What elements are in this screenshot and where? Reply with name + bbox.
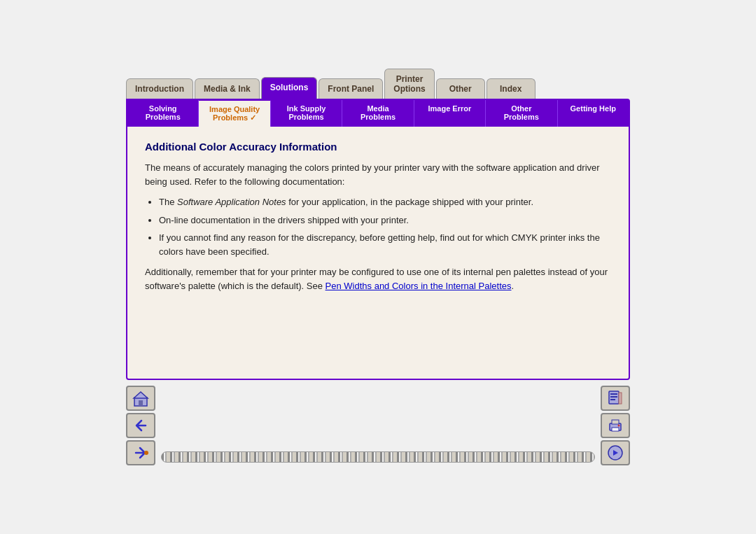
forward-button[interactable]: [126, 440, 155, 465]
forward-icon: [132, 444, 149, 461]
svg-rect-8: [619, 393, 622, 404]
content-paragraph1: The means of accurately managing the col…: [145, 161, 611, 188]
home-icon: [132, 390, 149, 407]
subtab-image-quality[interactable]: Image QualityProblems ✓: [199, 100, 270, 127]
subtab-ink-supply[interactable]: Ink SupplyProblems: [271, 100, 342, 127]
svg-marker-1: [134, 392, 148, 398]
next-button[interactable]: [601, 440, 630, 465]
pen-widths-link[interactable]: Pen Widths and Colors in the Internal Pa…: [326, 281, 512, 291]
nav-buttons-left: [126, 386, 155, 465]
back-icon: [132, 417, 149, 434]
nav-buttons-right: [601, 386, 630, 465]
tab-printer-options[interactable]: PrinterOptions: [384, 69, 434, 99]
sub-tabs: Solving Problems Image QualityProblems ✓…: [127, 100, 629, 127]
svg-rect-10: [612, 420, 619, 424]
subtab-solving-problems[interactable]: Solving Problems: [127, 100, 199, 127]
tab-solutions[interactable]: Solutions: [261, 77, 318, 99]
svg-rect-2: [139, 400, 143, 406]
subtab-media-problems[interactable]: Media Problems: [342, 100, 414, 127]
contents-button[interactable]: [601, 386, 630, 411]
svg-point-12: [618, 425, 620, 427]
print-icon: [607, 417, 624, 434]
svg-point-3: [144, 451, 148, 455]
svg-rect-7: [610, 399, 615, 400]
back-button[interactable]: [126, 413, 155, 438]
bullet-3: If you cannot find any reason for the di…: [159, 231, 611, 258]
contents-icon: [607, 390, 624, 407]
tab-introduction[interactable]: Introduction: [126, 78, 193, 99]
next-icon: [607, 444, 624, 461]
tab-other[interactable]: Other: [436, 78, 485, 99]
content-area: Additional Color Accuracy Information Th…: [127, 127, 629, 379]
print-button[interactable]: [601, 413, 630, 438]
home-button[interactable]: [126, 386, 155, 411]
svg-rect-5: [610, 393, 617, 395]
bullet-1: The Software Application Notes for your …: [159, 195, 611, 209]
outer-container: Introduction Media & Ink Solutions Front…: [126, 69, 630, 466]
main-area: Solving Problems Image QualityProblems ✓…: [126, 99, 630, 380]
tab-index[interactable]: Index: [486, 78, 536, 99]
subtab-other-problems[interactable]: Other Problems: [486, 100, 557, 127]
bottom-nav: [126, 386, 630, 465]
svg-rect-11: [612, 428, 619, 431]
content-bullets: The Software Application Notes for your …: [159, 195, 611, 258]
bullet-2: On-line documentation in the drivers shi…: [159, 213, 611, 227]
content-paragraph2: Additionally, remember that for your pri…: [145, 265, 611, 293]
tab-media-ink[interactable]: Media & Ink: [195, 78, 260, 99]
top-tabs: Introduction Media & Ink Solutions Front…: [126, 69, 630, 99]
tab-front-panel[interactable]: Front Panel: [318, 78, 383, 99]
spiral-decoration: [161, 451, 595, 463]
spiral-bar: [161, 451, 595, 465]
subtab-getting-help[interactable]: Getting Help: [558, 100, 629, 127]
subtab-image-error[interactable]: Image Error: [414, 100, 486, 127]
content-title: Additional Color Accuracy Information: [145, 141, 611, 153]
svg-rect-6: [610, 396, 617, 398]
